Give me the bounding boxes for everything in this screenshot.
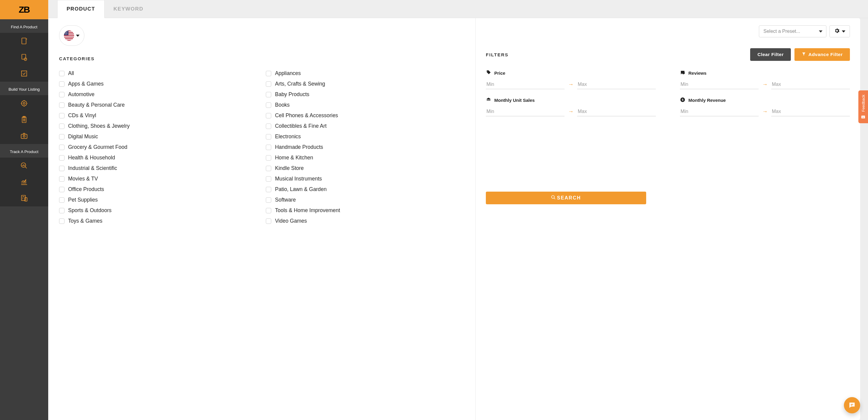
sidebar-section-find: Find A Product — [0, 19, 48, 33]
chart-magnify-icon — [20, 162, 28, 170]
svg-text:$: $ — [682, 98, 684, 101]
category-item[interactable]: Cell Phones & Accessories — [266, 112, 467, 119]
category-item[interactable]: Clothing, Shoes & Jewelry — [59, 123, 260, 129]
sales-max-input[interactable] — [577, 107, 656, 116]
checkbox-icon — [266, 134, 271, 139]
camera-icon — [20, 132, 28, 140]
category-item[interactable]: Arts, Crafts & Sewing — [266, 81, 467, 87]
category-item[interactable]: Tools & Home Improvement — [266, 207, 467, 214]
category-label: Collectibles & Fine Art — [275, 123, 327, 129]
category-item[interactable]: Beauty & Personal Care — [59, 102, 260, 108]
sidebar-section-track: Track A Product — [0, 144, 48, 158]
category-item[interactable]: Electronics — [266, 133, 467, 140]
search-button[interactable]: SEARCH — [486, 192, 646, 204]
price-range: → — [486, 80, 656, 89]
category-label: Movies & TV — [68, 176, 98, 182]
category-item[interactable]: All — [59, 70, 260, 76]
category-item[interactable]: Books — [266, 102, 467, 108]
category-label: Appliances — [275, 70, 301, 76]
sidebar-item-track-1[interactable] — [0, 158, 48, 174]
clipboard-icon — [20, 116, 28, 124]
price-max-input[interactable] — [577, 80, 656, 89]
category-item[interactable]: Collectibles & Fine Art — [266, 123, 467, 129]
category-label: Books — [275, 102, 290, 108]
clear-filter-button[interactable]: Clear Filter — [750, 48, 791, 61]
category-item[interactable]: Health & Household — [59, 155, 260, 161]
category-label: Tools & Home Improvement — [275, 207, 340, 214]
category-item[interactable]: Software — [266, 197, 467, 203]
category-item[interactable]: CDs & Vinyl — [59, 112, 260, 119]
svg-point-37 — [862, 117, 863, 117]
checkbox-icon — [266, 113, 271, 119]
checkbox-icon — [266, 176, 271, 182]
category-item[interactable]: Office Products — [59, 186, 260, 193]
category-item[interactable]: Sports & Outdoors — [59, 207, 260, 214]
category-label: Office Products — [68, 186, 104, 193]
tab-product[interactable]: PRODUCT — [57, 0, 104, 18]
advance-filter-button[interactable]: Advance Filter — [795, 48, 850, 61]
sidebar: ZB Find A Product Build Your Listing Tra… — [0, 0, 48, 420]
sidebar-section-build: Build Your Listing — [0, 82, 48, 95]
arrow-right-icon: → — [762, 108, 768, 115]
search-icon — [551, 195, 556, 201]
svg-point-30 — [65, 34, 66, 34]
reviews-max-input[interactable] — [771, 80, 850, 89]
sidebar-item-find-1[interactable] — [0, 33, 48, 49]
document-icon — [20, 37, 28, 45]
checkbox-icon — [59, 113, 64, 119]
sidebar-item-track-2[interactable] — [0, 174, 48, 190]
category-label: Software — [275, 197, 296, 203]
category-label: Home & Kitchen — [275, 155, 313, 161]
chevron-down-icon — [842, 30, 845, 33]
sidebar-item-find-3[interactable] — [0, 65, 48, 82]
category-label: All — [68, 70, 74, 76]
filter-price: Price → — [486, 70, 656, 89]
category-item[interactable]: Video Games — [266, 218, 467, 224]
category-item[interactable]: Patio, Lawn & Garden — [266, 186, 467, 193]
category-item[interactable]: Grocery & Gourmet Food — [59, 144, 260, 150]
checkbox-icon — [266, 187, 271, 192]
sidebar-item-track-3[interactable] — [0, 190, 48, 206]
sidebar-item-find-2[interactable] — [0, 49, 48, 65]
sold-icon: SOLD — [486, 97, 491, 103]
preset-select[interactable]: Select a Preset... — [759, 25, 827, 37]
settings-button[interactable] — [830, 25, 850, 37]
category-item[interactable]: Apps & Games — [59, 81, 260, 87]
category-label: Toys & Games — [68, 218, 102, 224]
sidebar-item-build-2[interactable] — [0, 111, 48, 128]
category-item[interactable]: Automotive — [59, 91, 260, 98]
sales-min-input[interactable] — [486, 107, 564, 116]
checkbox-icon — [266, 82, 271, 87]
category-item[interactable]: Home & Kitchen — [266, 155, 467, 161]
category-item[interactable]: Movies & TV — [59, 176, 260, 182]
category-item[interactable]: Musical Instruments — [266, 176, 467, 182]
svg-rect-3 — [22, 71, 27, 76]
sidebar-item-build-1[interactable] — [0, 95, 48, 111]
arrow-right-icon: → — [568, 108, 574, 115]
tab-keyword[interactable]: KEYWORD — [104, 0, 153, 18]
svg-rect-0 — [22, 38, 26, 44]
category-item[interactable]: Kindle Store — [266, 165, 467, 171]
reviews-min-input[interactable] — [680, 80, 758, 89]
sidebar-item-build-3[interactable] — [0, 128, 48, 144]
category-item[interactable]: Industrial & Scientific — [59, 165, 260, 171]
category-label: Apps & Games — [68, 81, 104, 87]
category-item[interactable]: Toys & Games — [59, 218, 260, 224]
category-item[interactable]: Pet Supplies — [59, 197, 260, 203]
target-icon — [20, 99, 28, 107]
advance-filter-label: Advance Filter — [808, 52, 843, 57]
revenue-min-input[interactable] — [680, 107, 758, 116]
country-selector[interactable] — [59, 25, 84, 46]
gear-icon — [834, 28, 840, 35]
category-item[interactable]: Handmade Products — [266, 144, 467, 150]
svg-text:SOLD: SOLD — [487, 99, 490, 101]
filter-revenue: $ Monthly Revenue → — [680, 97, 850, 116]
category-item[interactable]: Appliances — [266, 70, 467, 76]
category-item[interactable]: Digital Music — [59, 133, 260, 140]
chat-button[interactable] — [844, 397, 860, 413]
revenue-max-input[interactable] — [771, 107, 850, 116]
logo-text: ZB — [19, 4, 30, 15]
feedback-tab[interactable]: Feedback — [858, 90, 868, 123]
price-min-input[interactable] — [486, 80, 564, 89]
category-item[interactable]: Baby Products — [266, 91, 467, 98]
